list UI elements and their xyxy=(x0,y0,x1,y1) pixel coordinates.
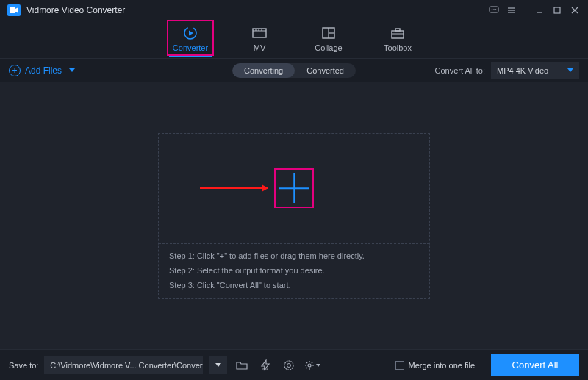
settings-button[interactable] xyxy=(304,356,321,374)
segment-converted[interactable]: Converted xyxy=(295,63,356,78)
add-files-plus-icon[interactable] xyxy=(276,171,312,206)
svg-rect-23 xyxy=(395,29,400,31)
svg-point-4 xyxy=(495,9,497,10)
plus-circle-icon: + xyxy=(9,65,21,76)
add-files-button[interactable]: + Add Files xyxy=(9,65,75,76)
convert-all-button[interactable]: Convert All xyxy=(491,354,579,376)
titlebar: Vidmore Video Converter xyxy=(0,0,588,21)
svg-text:OFF: OFF xyxy=(262,368,269,371)
svg-line-36 xyxy=(306,367,307,368)
svg-rect-14 xyxy=(253,29,266,37)
app-logo xyxy=(7,4,21,16)
bottom-bar: Save to: C:\Vidmore\Vidmore V... Convert… xyxy=(0,349,588,380)
mv-icon xyxy=(250,25,269,41)
svg-point-28 xyxy=(287,363,291,367)
svg-point-29 xyxy=(308,364,311,367)
tab-collage[interactable]: Collage xyxy=(307,22,350,57)
tab-label: Toolbox xyxy=(384,43,412,52)
tab-label: Converter xyxy=(173,43,208,52)
svg-rect-9 xyxy=(554,7,560,13)
tab-label: MV xyxy=(254,43,266,52)
high-speed-button[interactable] xyxy=(280,356,298,374)
svg-marker-13 xyxy=(189,31,193,36)
svg-line-37 xyxy=(312,362,312,362)
svg-rect-22 xyxy=(392,31,404,38)
main-area: Step 1: Click "+" to add files or drag t… xyxy=(0,82,588,349)
menu-icon[interactable] xyxy=(503,1,520,19)
checkbox-icon xyxy=(395,361,404,370)
merge-label: Merge into one file xyxy=(409,361,476,370)
chevron-down-icon xyxy=(567,68,573,72)
chevron-down-icon xyxy=(69,68,75,72)
minimize-button[interactable] xyxy=(531,1,548,19)
svg-point-27 xyxy=(284,361,293,370)
svg-point-2 xyxy=(492,9,493,10)
step-text: Step 3: Click "Convert All" to start. xyxy=(169,281,419,290)
output-format-select[interactable]: MP4 4K Video xyxy=(491,62,579,79)
save-path-field[interactable]: C:\Vidmore\Vidmore V... Converter\Conver… xyxy=(44,356,203,374)
converter-icon xyxy=(181,25,200,41)
svg-line-35 xyxy=(312,367,312,368)
chevron-down-icon xyxy=(316,364,320,367)
maximize-button[interactable] xyxy=(548,1,566,19)
dropzone-top[interactable] xyxy=(159,134,429,244)
collage-icon xyxy=(319,25,338,41)
tab-mv[interactable]: MV xyxy=(238,22,281,57)
save-to-label: Save to: xyxy=(9,361,38,370)
sub-toolbar: + Add Files Converting Converted Convert… xyxy=(0,59,588,82)
merge-checkbox[interactable]: Merge into one file xyxy=(395,361,476,370)
app-title: Vidmore Video Converter xyxy=(26,5,125,15)
dropzone[interactable]: Step 1: Click "+" to add files or drag t… xyxy=(158,133,430,299)
step-text: Step 1: Click "+" to add files or drag t… xyxy=(169,251,419,260)
tab-converter[interactable]: Converter xyxy=(169,22,212,57)
save-path-dropdown[interactable] xyxy=(209,356,227,374)
tab-label: Collage xyxy=(315,43,342,52)
dropzone-steps: Step 1: Click "+" to add files or drag t… xyxy=(159,244,429,298)
add-files-label: Add Files xyxy=(25,65,62,76)
status-segment: Converting Converted xyxy=(232,63,356,78)
annotation-arrow xyxy=(200,187,268,189)
open-folder-button[interactable] xyxy=(233,356,251,374)
feedback-icon[interactable] xyxy=(485,1,503,19)
hw-accel-button[interactable]: OFF xyxy=(257,356,274,374)
tab-toolbox[interactable]: Toolbox xyxy=(376,22,419,57)
chevron-down-icon xyxy=(215,363,221,367)
svg-rect-0 xyxy=(10,7,15,13)
step-text: Step 2: Select the output format you des… xyxy=(169,266,419,275)
toolbox-icon xyxy=(388,25,407,41)
top-nav: Converter MV Collage Toolbox xyxy=(0,21,588,59)
svg-point-3 xyxy=(493,9,495,10)
segment-converting[interactable]: Converting xyxy=(232,63,295,78)
convert-all-to-label: Convert All to: xyxy=(435,66,485,75)
output-format-value: MP4 4K Video xyxy=(497,66,548,75)
svg-line-34 xyxy=(306,362,307,362)
close-button[interactable] xyxy=(566,1,584,19)
